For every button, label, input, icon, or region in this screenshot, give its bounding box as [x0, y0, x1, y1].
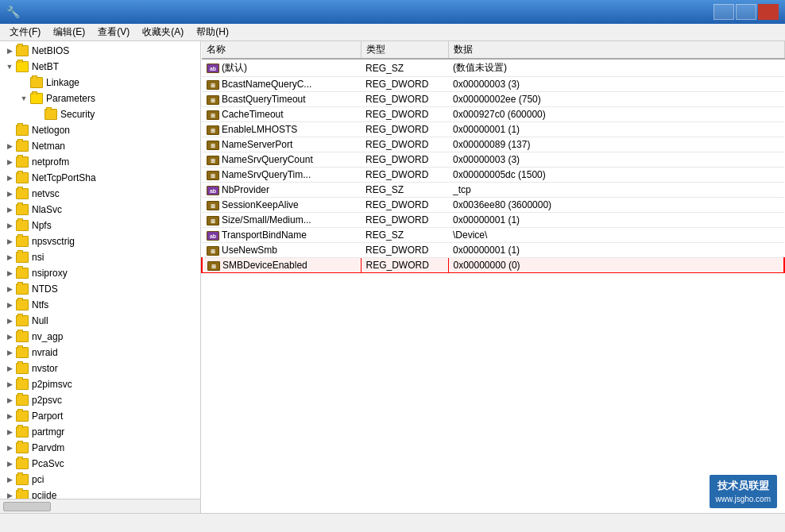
table-row[interactable]: ⊞UseNewSmbREG_DWORD0x00000001 (1): [202, 243, 784, 258]
cell-name-5: ⊞NameServerPort: [202, 137, 361, 152]
row-icon-5: ⊞: [207, 141, 219, 150]
cell-data-5: 0x00000089 (137): [448, 137, 784, 152]
cell-data-10: 0x00000001 (1): [448, 213, 784, 228]
tree-item-p2pimsvc[interactable]: ▶p2pimsvc: [0, 376, 200, 392]
tree-toggle-netlogon: [3, 124, 16, 137]
tree-item-linkage[interactable]: Linkage: [0, 75, 200, 91]
cell-type-11: REG_SZ: [361, 228, 448, 243]
tree-item-parvdm[interactable]: ▶Parvdm: [0, 440, 200, 456]
table-row[interactable]: ab(默认)REG_SZ(数值未设置): [202, 59, 784, 77]
row-icon-8: ab: [207, 186, 219, 195]
tree-item-security[interactable]: Security: [0, 106, 200, 122]
cell-name-2: ⊞BcastQueryTimeout: [202, 92, 361, 107]
tree-item-parameters[interactable]: ▼Parameters: [0, 91, 200, 106]
row-icon-9: ⊞: [207, 201, 219, 210]
tree-item-nvraid[interactable]: ▶nvraid: [0, 345, 200, 360]
tree-item-npsvsctrig[interactable]: ▶npsvsctrig: [0, 233, 200, 249]
folder-icon-nsi: [16, 252, 29, 263]
tree-item-nvstor[interactable]: ▶nvstor: [0, 360, 200, 376]
tree-toggle-nvstor: ▶: [3, 362, 16, 375]
table-row[interactable]: ⊞NameServerPortREG_DWORD0x00000089 (137): [202, 137, 784, 152]
tree-item-ntfs[interactable]: ▶Ntfs: [0, 297, 200, 313]
menu-item-2[interactable]: 查看(V): [91, 24, 136, 40]
tree-item-npfs[interactable]: ▶Npfs: [0, 218, 200, 233]
table-row[interactable]: ⊞SessionKeepAliveREG_DWORD0x0036ee80 (36…: [202, 198, 784, 213]
tree-label-netlogon: Netlogon: [32, 125, 70, 136]
table-row[interactable]: ⊞BcastQueryTimeoutREG_DWORD0x00000002ee …: [202, 92, 784, 107]
minimize-button[interactable]: [713, 4, 734, 20]
tree-item-ntds[interactable]: ▶NTDS: [0, 281, 200, 297]
cell-type-10: REG_DWORD: [361, 213, 448, 228]
tree-item-nsiproxy[interactable]: ▶nsiproxy: [0, 265, 200, 281]
table-row[interactable]: ⊞CacheTimeoutREG_DWORD0x000927c0 (600000…: [202, 107, 784, 122]
table-row[interactable]: ⊞BcastNameQueryC...REG_DWORD0x00000003 (…: [202, 77, 784, 92]
title-bar: 🔧: [0, 0, 785, 24]
menu-item-4[interactable]: 帮助(H): [190, 24, 235, 40]
tree-toggle-security: [32, 108, 44, 121]
folder-icon-netvsc: [16, 188, 29, 199]
table-row[interactable]: ⊞SMBDeviceEnabledREG_DWORD0x00000000 (0): [202, 258, 784, 273]
cell-type-8: REG_SZ: [361, 183, 448, 198]
tree-item-p2psvc[interactable]: ▶p2psvc: [0, 392, 200, 408]
tree-horizontal-scrollbar[interactable]: [3, 502, 51, 511]
tree-toggle-nettcpportsha: ▶: [3, 172, 16, 184]
menu-item-1[interactable]: 编辑(E): [47, 24, 91, 40]
tree-item-netbios[interactable]: ▶NetBIOS: [0, 43, 200, 59]
tree-toggle-ntfs: ▶: [3, 299, 16, 311]
tree-label-parport: Parport: [32, 411, 63, 422]
table-row[interactable]: ⊞NameSrvQueryTim...REG_DWORD0x00000005dc…: [202, 168, 784, 183]
tree-scroll[interactable]: ▶NetBIOS▼NetBTLinkage▼ParametersSecurity…: [0, 41, 200, 499]
close-button[interactable]: [758, 4, 779, 20]
tree-hscroll: [0, 499, 200, 513]
table-row[interactable]: abTransportBindNameREG_SZ\Device\: [202, 228, 784, 243]
tree-item-netbt[interactable]: ▼NetBT: [0, 59, 200, 75]
cell-data-7: 0x00000005dc (1500): [448, 168, 784, 183]
right-panel: 名称类型数据 ab(默认)REG_SZ(数值未设置)⊞BcastNameQuer…: [201, 41, 785, 513]
tree-item-pci[interactable]: ▶pci: [0, 472, 200, 488]
cell-name-7: ⊞NameSrvQueryTim...: [202, 168, 361, 183]
row-icon-13: ⊞: [207, 261, 220, 271]
tree-item-partmgr[interactable]: ▶partmgr: [0, 424, 200, 440]
tree-label-nvstor: nvstor: [32, 363, 58, 374]
tree-label-netman: Netman: [32, 141, 65, 152]
cell-name-0: ab(默认): [202, 59, 361, 77]
table-row[interactable]: ⊞EnableLMHOSTSREG_DWORD0x00000001 (1): [202, 122, 784, 137]
row-icon-0: ab: [207, 64, 219, 73]
tree-toggle-pcasvc: ▶: [3, 457, 16, 470]
tree-item-nv_agp[interactable]: ▶nv_agp: [0, 329, 200, 345]
tree-label-pciide: pciide: [32, 490, 56, 499]
cell-name-6: ⊞NameSrvQueryCount: [202, 152, 361, 168]
tree-item-netprofm[interactable]: ▶netprofm: [0, 154, 200, 170]
folder-icon-pcasvc: [16, 458, 29, 469]
tree-label-linkage: Linkage: [46, 77, 79, 88]
tree-item-pcasvc[interactable]: ▶PcaSvc: [0, 456, 200, 472]
tree-item-nlasvc[interactable]: ▶NlaSvc: [0, 202, 200, 218]
tree-label-null: Null: [32, 315, 48, 326]
folder-icon-netbt: [16, 61, 29, 72]
table-row[interactable]: ⊞Size/Small/Medium...REG_DWORD0x00000001…: [202, 213, 784, 228]
tree-label-netbios: NetBIOS: [32, 45, 69, 56]
maximize-button[interactable]: [736, 4, 756, 20]
tree-label-pci: pci: [32, 474, 44, 485]
tree-toggle-p2psvc: ▶: [3, 394, 16, 407]
row-icon-4: ⊞: [207, 125, 219, 135]
table-row[interactable]: abNbProviderREG_SZ_tcp: [202, 183, 784, 198]
menu-item-3[interactable]: 收藏夹(A): [136, 24, 190, 40]
row-icon-2: ⊞: [207, 95, 219, 105]
folder-icon-netman: [16, 141, 29, 152]
tree-item-netvsc[interactable]: ▶netvsc: [0, 186, 200, 202]
folder-icon-parameters: [30, 93, 43, 104]
tree-item-null[interactable]: ▶Null: [0, 313, 200, 329]
tree-item-nettcpportsha[interactable]: ▶NetTcpPortSha: [0, 170, 200, 186]
cell-data-12: 0x00000001 (1): [448, 243, 784, 258]
tree-item-nsi[interactable]: ▶nsi: [0, 249, 200, 265]
tree-item-netman[interactable]: ▶Netman: [0, 138, 200, 154]
tree-item-pciide[interactable]: ▶pciide: [0, 488, 200, 499]
cell-type-7: REG_DWORD: [361, 168, 448, 183]
folder-icon-linkage: [30, 77, 43, 88]
table-row[interactable]: ⊞NameSrvQueryCountREG_DWORD0x00000003 (3…: [202, 152, 784, 168]
tree-label-nsi: nsi: [32, 252, 44, 263]
menu-item-0[interactable]: 文件(F): [3, 24, 47, 40]
tree-item-parport[interactable]: ▶Parport: [0, 408, 200, 424]
tree-item-netlogon[interactable]: Netlogon: [0, 122, 200, 138]
